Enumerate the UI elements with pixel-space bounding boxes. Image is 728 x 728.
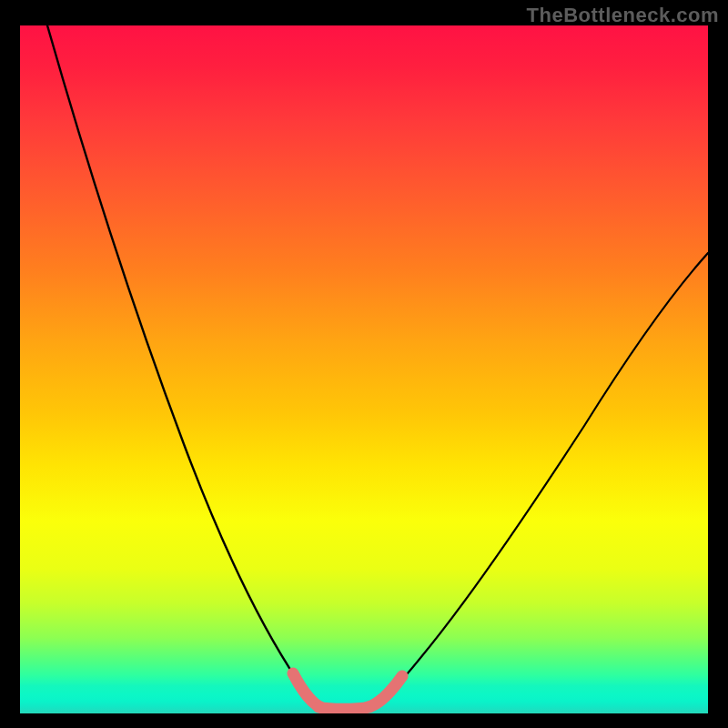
- right-curve: [368, 253, 708, 707]
- left-curve: [47, 25, 320, 707]
- watermark-text: TheBottleneck.com: [527, 4, 719, 27]
- highlight-right: [368, 676, 402, 707]
- chart-stage: TheBottleneck.com: [0, 0, 728, 728]
- curve-layer: [20, 25, 708, 713]
- plot-area: [20, 25, 708, 713]
